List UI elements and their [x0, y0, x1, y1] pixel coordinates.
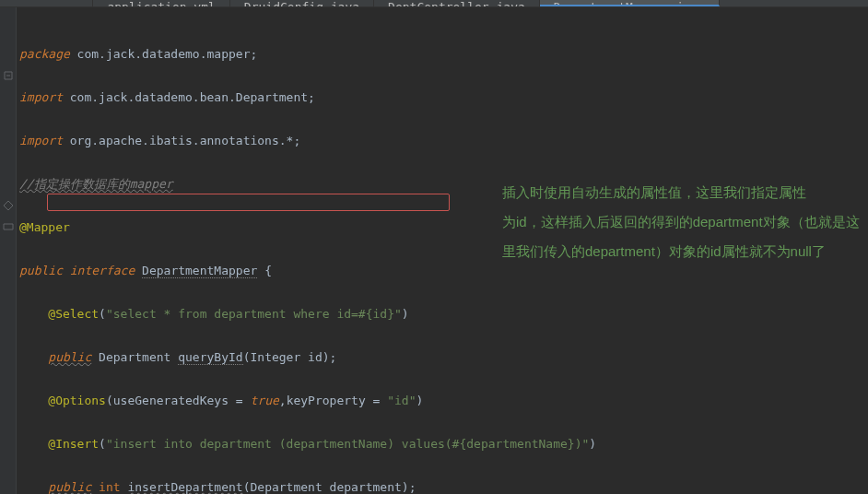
import-path: org.apache.ibatis.annotations.* [63, 134, 293, 147]
keyword: public [48, 350, 91, 364]
import-path: com.jack.datademo.bean.Department [63, 90, 308, 104]
punct: ( [99, 307, 106, 321]
tab-label: DeptController.java [388, 0, 525, 6]
punct: ; [250, 47, 257, 61]
method-name: queryById [178, 350, 242, 365]
tab-label: DepartmentMapper.java [554, 0, 705, 6]
punct: ) [416, 394, 424, 407]
tab-label: ......... [14, 0, 78, 6]
tab-label: application.yml [107, 0, 215, 6]
gutter-marker-icon[interactable] [0, 217, 16, 239]
class-name: DepartmentMapper [142, 264, 257, 278]
tab-label: DruidConfig.java [244, 0, 359, 6]
type: int [91, 480, 127, 494]
tab-2[interactable]: application.yml [93, 0, 229, 6]
punct: ; [409, 480, 416, 494]
annotation-overlay: 插入时使用自动生成的属性值，这里我们指定属性 为id，这样插入后返回的得到的de… [502, 178, 868, 266]
code-editor[interactable]: package com.jack.datademo.mapper; import… [17, 7, 868, 494]
annotation-line: 插入时使用自动生成的属性值，这里我们指定属性 [502, 178, 868, 207]
gutter-collapse-icon[interactable] [0, 65, 16, 87]
tab-active[interactable]: DepartmentMapper.java [540, 0, 720, 6]
keyword: import [19, 90, 63, 104]
params: (Department department) [243, 480, 409, 494]
editor-container: package com.jack.datademo.mapper; import… [0, 7, 868, 494]
tab-3[interactable]: DruidConfig.java [230, 0, 374, 6]
punct: ; [293, 134, 300, 147]
keyword: public [19, 264, 63, 277]
gutter-marker-icon[interactable] [0, 194, 16, 217]
comment: //指定操作数据库的mapper [19, 177, 173, 191]
tab-bar: ......... application.yml DruidConfig.ja… [0, 0, 868, 7]
punct: ) [589, 437, 596, 451]
string-literal: "insert into department (departmentName)… [106, 437, 589, 451]
type: Department [91, 350, 178, 364]
tab-4[interactable]: DeptController.java [374, 0, 540, 6]
keyword: import [19, 134, 63, 147]
annotation: @Options [48, 394, 106, 407]
method-name: insertDepartment [127, 480, 242, 494]
tab-1[interactable]: ......... [0, 0, 93, 6]
punct: ; [330, 350, 337, 364]
annotation: @Mapper [19, 220, 70, 234]
string-literal: "select * from department where id=#{id}… [106, 307, 402, 321]
attr-key: keyProperty = [287, 394, 388, 407]
punct: ) [402, 307, 409, 321]
keyword: public [48, 480, 91, 494]
string-literal: "id" [387, 394, 416, 407]
annotation-line: 为id，这样插入后返回的得到的department对象（也就是这里我们传入的de… [502, 207, 868, 266]
punct: ( [99, 437, 106, 451]
punct: , [279, 394, 287, 407]
keyword: package [19, 47, 70, 61]
annotation: @Insert [48, 437, 99, 451]
package-path: com.jack.datademo.mapper [70, 47, 251, 61]
punct: ( [106, 394, 113, 407]
gutter [0, 7, 17, 494]
attr-key: useGeneratedKeys = [113, 394, 251, 407]
punct: ; [308, 90, 315, 104]
bool-literal: true [250, 394, 278, 407]
punct: { [257, 264, 272, 277]
highlight-box [47, 194, 450, 211]
annotation: @Select [48, 307, 99, 321]
keyword: interface [70, 264, 135, 277]
params: (Integer id) [243, 350, 330, 364]
